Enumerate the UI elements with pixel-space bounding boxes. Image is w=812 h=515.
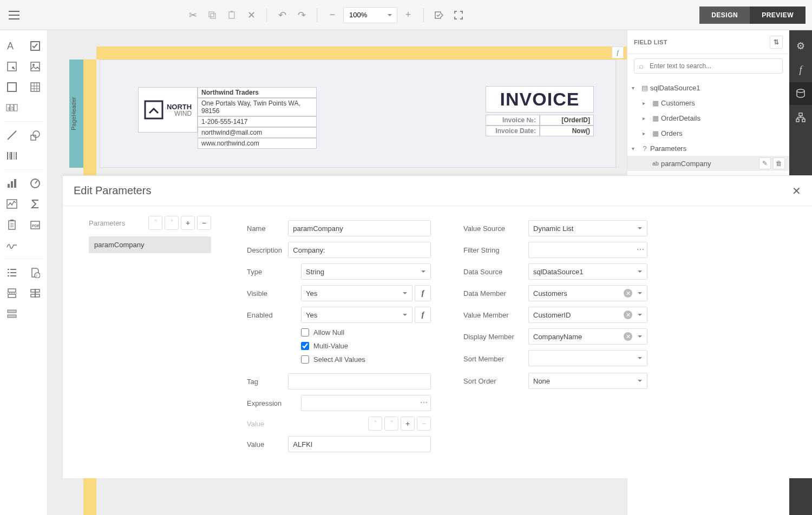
svg-rect-2 xyxy=(229,12,234,18)
value-up-button[interactable]: ˄ xyxy=(368,417,382,431)
multivalue-checkbox[interactable] xyxy=(301,342,309,350)
tree-node-orders[interactable]: ▸▦Orders xyxy=(627,126,789,141)
sort-button[interactable]: ⇅ xyxy=(770,36,783,49)
zoom-input[interactable] xyxy=(343,7,397,23)
svg-text:b: b xyxy=(11,105,14,111)
expressions-rail-button[interactable]: f xyxy=(789,58,812,81)
cut-button[interactable]: ✂ xyxy=(184,6,201,24)
selectall-checkbox[interactable] xyxy=(301,355,309,364)
crossband-box-tool[interactable] xyxy=(0,303,24,324)
properties-rail-button[interactable]: ⚙ xyxy=(789,35,812,57)
enabled-fx-button[interactable]: f xyxy=(415,307,431,323)
move-up-button[interactable]: ˄ xyxy=(148,216,162,230)
value-add-button[interactable]: + xyxy=(401,417,415,431)
datasource-select[interactable]: sqlDataSource1 xyxy=(528,263,647,280)
edit-param-button[interactable]: ✎ xyxy=(759,157,771,169)
copy-button[interactable] xyxy=(204,6,221,24)
pdf-tool[interactable]: PDF xyxy=(24,214,48,235)
sortorder-select[interactable]: None xyxy=(528,373,647,389)
report-page[interactable]: NORTHWIND Northwind Traders One Portals … xyxy=(100,60,616,168)
company-email[interactable]: northwind@mail.com xyxy=(198,127,317,138)
expression-input[interactable] xyxy=(301,395,431,411)
gauge-tool[interactable] xyxy=(24,173,48,194)
filterstring-ellipsis[interactable]: ⋯ xyxy=(637,245,644,254)
svg-rect-8 xyxy=(31,62,40,71)
tree-node-param[interactable]: abparamCompany ✎ 🗑 xyxy=(627,156,789,171)
preview-tab[interactable]: PREVIEW xyxy=(750,6,806,24)
shape-tool[interactable] xyxy=(24,125,48,146)
sortmember-select[interactable] xyxy=(528,350,647,366)
zoom-out-button[interactable]: − xyxy=(324,6,341,24)
datamember-clear[interactable]: ✕ xyxy=(624,289,632,298)
tree-node-datasource[interactable]: ▾▤sqlDataSource1 xyxy=(627,80,789,95)
company-website[interactable]: www.northwind.com xyxy=(198,138,317,149)
pageinfo-tool[interactable]: i xyxy=(24,262,48,283)
pagebreak-tool[interactable] xyxy=(0,283,24,303)
company-name[interactable]: Northwind Traders xyxy=(198,87,317,98)
enabled-select[interactable]: Yes xyxy=(301,307,412,323)
tree-node-parameters[interactable]: ▾?Parameters xyxy=(627,141,789,156)
expression-ellipsis[interactable]: ⋯ xyxy=(420,398,428,407)
table-tool[interactable] xyxy=(24,77,48,97)
invoice-title[interactable]: INVOICE xyxy=(486,86,594,113)
smart-tag[interactable]: f xyxy=(612,47,624,58)
svg-rect-34 xyxy=(7,200,17,208)
value-down-button[interactable]: ˅ xyxy=(384,417,398,431)
delete-param-button[interactable]: 🗑 xyxy=(773,157,785,169)
crossband-tool[interactable] xyxy=(24,283,48,303)
checkbox-tool[interactable] xyxy=(24,36,48,56)
delete-button[interactable]: ✕ xyxy=(243,6,260,24)
name-input[interactable] xyxy=(288,220,431,236)
svg-text:a: a xyxy=(8,105,10,111)
company-address[interactable]: One Portals Way, Twin Points WA, 98156 xyxy=(198,98,317,116)
string-icon: ab xyxy=(650,161,661,167)
visible-select[interactable]: Yes xyxy=(301,285,412,301)
signature-tool[interactable] xyxy=(0,235,24,255)
fieldlist-rail-button[interactable] xyxy=(789,82,812,105)
fullscreen-button[interactable] xyxy=(450,6,467,24)
paste-button[interactable] xyxy=(223,6,240,24)
value-input[interactable] xyxy=(288,436,431,452)
close-button[interactable]: ✕ xyxy=(792,184,801,197)
param-list-label: Parameters xyxy=(89,219,125,227)
displaymember-clear[interactable]: ✕ xyxy=(624,332,632,341)
picture-tool[interactable] xyxy=(24,56,48,77)
tree-node-orderdetails[interactable]: ▸▦OrderDetails xyxy=(627,110,789,126)
tag-input[interactable] xyxy=(288,373,431,389)
valuesource-select[interactable]: Dynamic List xyxy=(528,220,647,236)
toc-tool[interactable] xyxy=(0,262,24,283)
tree-node-customers[interactable]: ▸▦Customers xyxy=(627,95,789,110)
character-comb-tool[interactable]: ab xyxy=(0,97,24,118)
value-remove-button[interactable]: − xyxy=(417,417,431,431)
line-tool[interactable] xyxy=(0,125,24,146)
sum-tool[interactable] xyxy=(24,194,48,214)
barcode-tool[interactable] xyxy=(0,146,24,166)
label-tool[interactable]: A xyxy=(0,36,24,56)
chart-tool[interactable] xyxy=(0,173,24,194)
sparkline-tool[interactable] xyxy=(0,194,24,214)
design-tab[interactable]: DESIGN xyxy=(699,6,750,24)
explorer-rail-button[interactable] xyxy=(789,106,812,129)
param-list-item[interactable]: paramCompany xyxy=(89,236,211,253)
valuemember-clear[interactable]: ✕ xyxy=(624,311,632,319)
add-param-button[interactable]: + xyxy=(181,216,195,230)
redo-button[interactable]: ↷ xyxy=(293,6,310,24)
clipboard-tool[interactable] xyxy=(0,214,24,235)
undo-button[interactable]: ↶ xyxy=(273,6,291,24)
company-phone[interactable]: 1-206-555-1417 xyxy=(198,116,317,127)
zoom-in-button[interactable]: + xyxy=(400,6,417,24)
visible-fx-button[interactable]: f xyxy=(415,285,431,301)
svg-rect-18 xyxy=(14,104,17,111)
richtext-tool[interactable] xyxy=(0,56,24,77)
validate-button[interactable] xyxy=(430,6,448,24)
panel-tool[interactable] xyxy=(0,77,24,97)
search-input[interactable] xyxy=(634,58,783,74)
type-select[interactable]: String xyxy=(301,263,431,280)
allownull-checkbox[interactable] xyxy=(301,328,309,336)
filterstring-input[interactable] xyxy=(528,242,647,258)
menu-button[interactable] xyxy=(6,8,22,23)
remove-param-button[interactable]: − xyxy=(197,216,211,230)
topbar: ✂ ✕ ↶ ↷ − + DESIGN PREVIEW xyxy=(0,0,812,30)
description-input[interactable] xyxy=(288,242,431,258)
move-down-button[interactable]: ˅ xyxy=(165,216,179,230)
